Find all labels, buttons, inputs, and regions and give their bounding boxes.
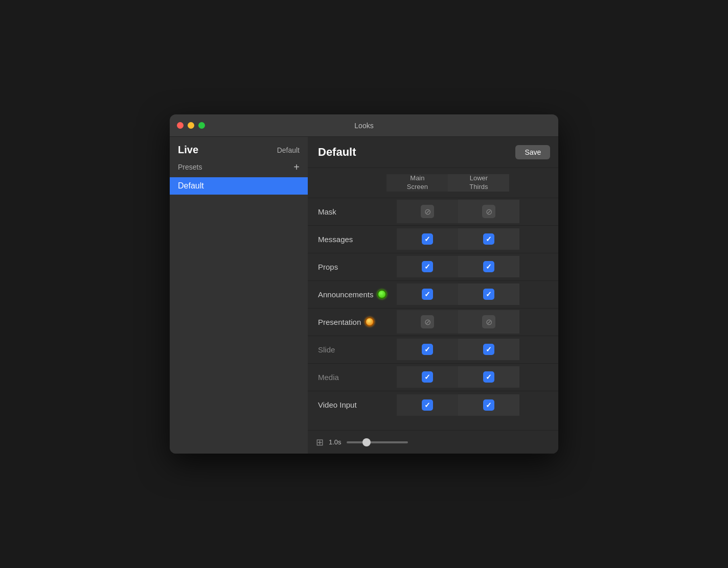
header-extra-col — [509, 174, 550, 192]
transition-slider[interactable] — [347, 441, 408, 443]
cell-presentation-extra — [519, 317, 558, 327]
cell-props-lower[interactable] — [458, 256, 519, 277]
sidebar: Live Default Presets + Default — [170, 137, 308, 454]
cell-video-input-lower[interactable] — [458, 394, 519, 416]
checkbox-video-input-main[interactable] — [422, 399, 433, 411]
cell-presentation-lower[interactable]: ⊘ — [458, 310, 519, 334]
disabled-icon-presentation-main: ⊘ — [421, 315, 434, 328]
checkbox-announcements-main[interactable] — [422, 289, 433, 300]
cell-props-extra — [519, 262, 558, 272]
traffic-lights — [177, 122, 205, 129]
sidebar-header: Live Default — [170, 137, 308, 161]
row-label-presentation: Presentation — [308, 311, 397, 333]
table-row: Props — [308, 253, 558, 281]
table-row: Announcements — [308, 281, 558, 309]
checkbox-props-lower[interactable] — [483, 261, 494, 272]
slider-container[interactable] — [347, 441, 408, 443]
minimize-button[interactable] — [188, 122, 194, 129]
table-row: Messages — [308, 226, 558, 253]
row-label-slide: Slide — [308, 339, 397, 360]
cell-announcements-extra — [519, 289, 558, 299]
cell-slide-lower[interactable] — [458, 339, 519, 360]
checkbox-media-lower[interactable] — [483, 371, 494, 383]
cell-messages-main[interactable] — [397, 228, 458, 250]
header-main-screen: Main Screen — [386, 174, 448, 192]
cell-video-input-main[interactable] — [397, 394, 458, 416]
table-row: Video Input — [308, 391, 558, 419]
table-header: Main Screen Lower Thirds — [308, 168, 558, 198]
sidebar-live-label: Live — [178, 144, 198, 156]
disabled-icon-mask-lower: ⊘ — [482, 205, 495, 218]
cell-media-lower[interactable] — [458, 366, 519, 388]
transition-icon: ⊞ — [316, 437, 324, 448]
disabled-icon-mask-main: ⊘ — [421, 205, 434, 218]
checkbox-video-input-lower[interactable] — [483, 399, 494, 411]
footer-time-label: 1.0s — [329, 438, 342, 446]
table-row: Mask ⊘ ⊘ — [308, 198, 558, 226]
table-row: Slide — [308, 336, 558, 364]
disabled-icon-presentation-lower: ⊘ — [482, 315, 495, 328]
row-label-mask: Mask — [308, 201, 397, 222]
cell-mask-extra — [519, 206, 558, 217]
sidebar-add-button[interactable]: + — [293, 162, 300, 172]
row-label-announcements: Announcements — [308, 283, 397, 305]
status-dot-presentation — [365, 317, 374, 326]
checkbox-props-main[interactable] — [422, 261, 433, 272]
cell-video-input-extra — [519, 400, 558, 410]
sidebar-presets-row: Presets + — [170, 161, 308, 177]
main-panel: Default Save Main Screen Lower Thirds — [308, 137, 558, 454]
header-lower-thirds: Lower Thirds — [448, 174, 509, 192]
checkbox-announcements-lower[interactable] — [483, 289, 494, 300]
titlebar: Looks — [170, 114, 558, 137]
cell-messages-extra — [519, 234, 558, 244]
cell-mask-main[interactable]: ⊘ — [397, 200, 458, 223]
footer: ⊞ 1.0s — [308, 430, 558, 454]
table-area: Main Screen Lower Thirds Mask ⊘ — [308, 168, 558, 430]
cell-announcements-main[interactable] — [397, 283, 458, 305]
sidebar-presets-label: Presets — [178, 163, 202, 171]
row-label-media: Media — [308, 367, 397, 388]
window-title: Looks — [354, 122, 373, 130]
content-area: Live Default Presets + Default Default S… — [170, 137, 558, 454]
row-label-video-input: Video Input — [308, 394, 397, 415]
cell-slide-main[interactable] — [397, 339, 458, 360]
checkbox-messages-main[interactable] — [422, 233, 433, 245]
cell-presentation-main[interactable]: ⊘ — [397, 310, 458, 334]
save-button[interactable]: Save — [515, 145, 550, 159]
cell-announcements-lower[interactable] — [458, 283, 519, 305]
cell-media-extra — [519, 372, 558, 382]
row-label-props: Props — [308, 256, 397, 277]
close-button[interactable] — [177, 122, 184, 129]
main-header: Default Save — [308, 137, 558, 168]
cell-mask-lower[interactable]: ⊘ — [458, 200, 519, 223]
cell-media-main[interactable] — [397, 366, 458, 388]
cell-slide-extra — [519, 344, 558, 354]
status-dot-announcements — [377, 290, 386, 299]
sidebar-item-default[interactable]: Default — [170, 177, 308, 195]
main-window: Looks Live Default Presets + Default Def… — [170, 114, 558, 454]
checkbox-slide-main[interactable] — [422, 344, 433, 355]
header-label-col — [308, 174, 386, 192]
sidebar-default-label: Default — [277, 146, 300, 154]
checkbox-messages-lower[interactable] — [483, 233, 494, 245]
cell-messages-lower[interactable] — [458, 228, 519, 250]
main-panel-title: Default — [318, 146, 356, 159]
table-row: Presentation ⊘ ⊘ — [308, 309, 558, 336]
cell-props-main[interactable] — [397, 256, 458, 277]
table-row: Media — [308, 364, 558, 391]
checkbox-slide-lower[interactable] — [483, 344, 494, 355]
row-label-messages: Messages — [308, 229, 397, 250]
checkbox-media-main[interactable] — [422, 371, 433, 383]
maximize-button[interactable] — [198, 122, 205, 129]
